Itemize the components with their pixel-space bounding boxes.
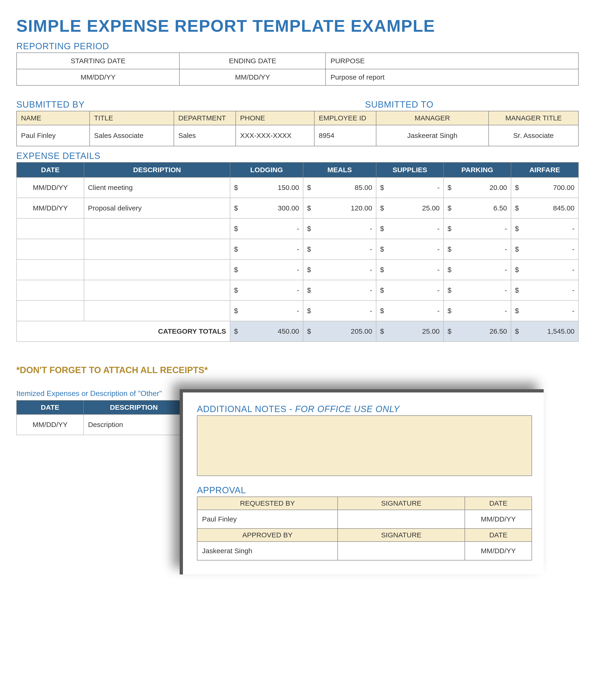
starting-date-cell[interactable]: MM/DD/YY	[17, 69, 179, 85]
additional-notes-box[interactable]	[197, 415, 532, 476]
itemized-description-cell[interactable]: Description	[84, 414, 184, 435]
col-header: SIGNATURE	[338, 529, 465, 541]
expense-supplies-cell[interactable]: $25.00	[376, 198, 444, 218]
col-header: DATE	[17, 162, 84, 177]
expense-description-cell[interactable]	[84, 259, 230, 280]
ending-date-cell[interactable]: MM/DD/YY	[179, 69, 325, 85]
expense-supplies-cell[interactable]: $-	[376, 239, 444, 259]
expense-date-cell[interactable]	[17, 218, 84, 239]
expense-lodging-cell[interactable]: $-	[230, 280, 303, 301]
expense-supplies-cell[interactable]: $-	[376, 280, 444, 301]
manager-cell[interactable]: Jaskeerat Singh	[376, 125, 489, 146]
col-header: DESCRIPTION	[84, 400, 184, 414]
expense-airfare-cell[interactable]: $-	[511, 259, 578, 280]
expense-parking-cell[interactable]: $-	[444, 280, 511, 301]
expense-description-cell[interactable]	[84, 301, 230, 321]
expense-supplies-cell[interactable]: $-	[376, 177, 444, 198]
expense-parking-cell[interactable]: $-	[444, 259, 511, 280]
expense-lodging-cell[interactable]: $-	[230, 301, 303, 321]
department-cell[interactable]: Sales	[174, 125, 236, 146]
requested-by-cell[interactable]: Paul Finley	[197, 510, 338, 529]
table-row: Paul Finley MM/DD/YY	[197, 510, 532, 529]
approved-date-cell[interactable]: MM/DD/YY	[465, 541, 532, 560]
expense-meals-cell[interactable]: $-	[303, 280, 376, 301]
expense-description-cell[interactable]	[84, 218, 230, 239]
expense-supplies-cell[interactable]: $-	[376, 259, 444, 280]
approved-by-cell[interactable]: Jaskeerat Singh	[197, 541, 338, 560]
submitted-to-heading: SUBMITTED TO	[365, 100, 579, 110]
expense-supplies-cell[interactable]: $-	[376, 218, 444, 239]
receipts-note: *DON'T FORGET TO ATTACH ALL RECEIPTS*	[16, 365, 579, 375]
expense-parking-cell[interactable]: $6.50	[444, 198, 511, 218]
expense-parking-cell[interactable]: $20.00	[444, 177, 511, 198]
expense-meals-cell[interactable]: $-	[303, 218, 376, 239]
expense-lodging-cell[interactable]: $150.00	[230, 177, 303, 198]
submitted-by-heading: SUBMITTED BY	[16, 100, 365, 110]
reporting-period-table: STARTING DATE ENDING DATE PURPOSE MM/DD/…	[16, 53, 579, 86]
purpose-cell[interactable]: Purpose of report	[325, 69, 578, 85]
expense-lodging-cell[interactable]: $-	[230, 218, 303, 239]
expense-meals-cell[interactable]: $85.00	[303, 177, 376, 198]
expense-date-cell[interactable]	[17, 301, 84, 321]
category-totals-label: CATEGORY TOTALS	[17, 321, 230, 342]
expense-meals-cell[interactable]: $-	[303, 259, 376, 280]
phone-cell[interactable]: XXX-XXX-XXXX	[236, 125, 314, 146]
employee-id-cell[interactable]: 8954	[314, 125, 376, 146]
expense-lodging-cell[interactable]: $-	[230, 259, 303, 280]
col-header: SIGNATURE	[338, 497, 465, 510]
table-row: $-$-$-$-$-	[17, 218, 578, 239]
expense-airfare-cell[interactable]: $700.00	[511, 177, 578, 198]
expense-meals-cell[interactable]: $-	[303, 239, 376, 259]
expense-description-cell[interactable]	[84, 239, 230, 259]
expense-description-cell[interactable]: Proposal delivery	[84, 198, 230, 218]
requested-signature-cell[interactable]	[338, 510, 465, 529]
table-row: MM/DD/YYClient meeting$150.00$85.00$-$20…	[17, 177, 578, 198]
total-parking-cell: $26.50	[444, 321, 511, 342]
expense-date-cell[interactable]: MM/DD/YY	[17, 177, 84, 198]
table-row: $-$-$-$-$-	[17, 259, 578, 280]
expense-supplies-cell[interactable]: $-	[376, 301, 444, 321]
table-row: MM/DD/YY MM/DD/YY Purpose of report	[17, 69, 578, 85]
submitted-table: NAME TITLE DEPARTMENT PHONE EMPLOYEE ID …	[16, 111, 579, 146]
expense-lodging-cell[interactable]: $300.00	[230, 198, 303, 218]
col-header: DESCRIPTION	[84, 162, 230, 177]
col-header: MEALS	[303, 162, 376, 177]
approved-signature-cell[interactable]	[338, 541, 465, 560]
col-header: PHONE	[236, 111, 314, 125]
additional-notes-heading: ADDITIONAL NOTES - FOR OFFICE USE ONLY	[197, 404, 532, 414]
col-header: APPROVED BY	[197, 529, 338, 541]
itemized-date-cell[interactable]: MM/DD/YY	[17, 414, 84, 435]
approval-table: REQUESTED BY SIGNATURE DATE Paul Finley …	[197, 497, 532, 560]
expense-date-cell[interactable]	[17, 259, 84, 280]
expense-meals-cell[interactable]: $120.00	[303, 198, 376, 218]
col-header: SUPPLIES	[376, 162, 444, 177]
expense-airfare-cell[interactable]: $-	[511, 218, 578, 239]
table-row: NAME TITLE DEPARTMENT PHONE EMPLOYEE ID …	[17, 111, 578, 125]
approval-heading: APPROVAL	[197, 485, 532, 495]
table-row: $-$-$-$-$-	[17, 301, 578, 321]
col-header: ENDING DATE	[179, 53, 325, 69]
expense-date-cell[interactable]: MM/DD/YY	[17, 198, 84, 218]
expense-airfare-cell[interactable]: $-	[511, 301, 578, 321]
expense-airfare-cell[interactable]: $845.00	[511, 198, 578, 218]
manager-title-cell[interactable]: Sr. Associate	[489, 125, 578, 146]
expense-airfare-cell[interactable]: $-	[511, 280, 578, 301]
col-header: LODGING	[230, 162, 303, 177]
expense-airfare-cell[interactable]: $-	[511, 239, 578, 259]
expense-lodging-cell[interactable]: $-	[230, 239, 303, 259]
expense-meals-cell[interactable]: $-	[303, 301, 376, 321]
table-row: STARTING DATE ENDING DATE PURPOSE	[17, 53, 578, 69]
expense-details-heading: EXPENSE DETAILS	[16, 151, 579, 161]
expense-parking-cell[interactable]: $-	[444, 301, 511, 321]
table-row: MM/DD/YYProposal delivery$300.00$120.00$…	[17, 198, 578, 218]
name-cell[interactable]: Paul Finley	[17, 125, 90, 146]
expense-description-cell[interactable]	[84, 280, 230, 301]
title-cell[interactable]: Sales Associate	[90, 125, 174, 146]
expense-date-cell[interactable]	[17, 280, 84, 301]
requested-date-cell[interactable]: MM/DD/YY	[465, 510, 532, 529]
expense-parking-cell[interactable]: $-	[444, 218, 511, 239]
expense-description-cell[interactable]: Client meeting	[84, 177, 230, 198]
expense-date-cell[interactable]	[17, 239, 84, 259]
col-header: EMPLOYEE ID	[314, 111, 376, 125]
expense-parking-cell[interactable]: $-	[444, 239, 511, 259]
